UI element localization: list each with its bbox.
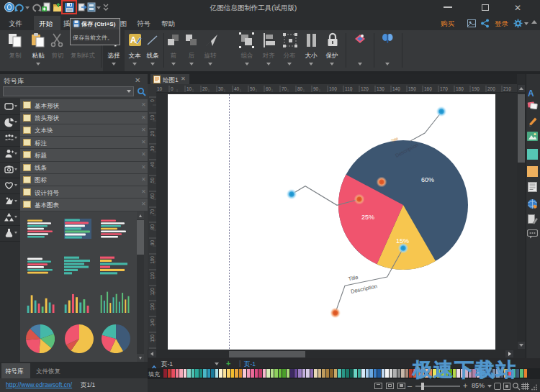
svg-text:Description: Description xyxy=(350,283,378,295)
svg-text:25%: 25% xyxy=(361,214,374,221)
svg-text:Title: Title xyxy=(348,274,359,283)
svg-text:60%: 60% xyxy=(421,176,434,183)
